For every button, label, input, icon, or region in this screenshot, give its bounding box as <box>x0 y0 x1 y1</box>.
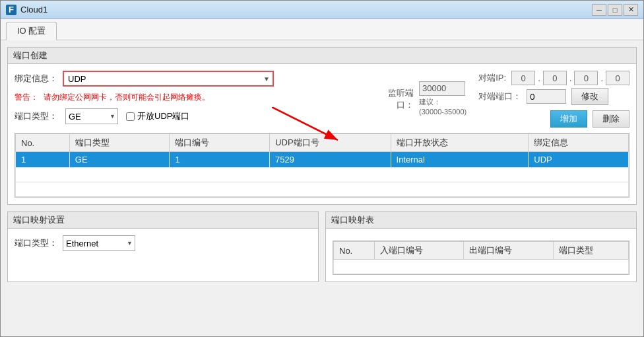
action-row: 增加 删除 <box>478 110 629 128</box>
mapping-table-wrapper: No. 入端口编号 出端口编号 端口类型 <box>333 241 629 275</box>
listen-port-label: 监听端口： <box>374 87 414 111</box>
mcol-out-port: 出端口编号 <box>464 242 554 260</box>
window-title: Cloud1 <box>20 5 592 15</box>
ip-seg-3[interactable] <box>574 71 598 85</box>
cell-status: Internal <box>391 152 529 168</box>
close-button[interactable]: ✕ <box>624 4 638 16</box>
warning-row: 警告： 请勿绑定公网网卡，否则可能会引起网络瘫痪。 <box>15 92 361 103</box>
window-controls: ─ □ ✕ <box>592 4 638 16</box>
mapping-row-empty-1 <box>334 260 629 274</box>
port-creation-body: 绑定信息： UDP TCP Ethernet 警告： <box>8 64 636 204</box>
port-mapping-table-body: No. 入端口编号 出端口编号 端口类型 <box>326 229 636 281</box>
ip-seg-2[interactable] <box>543 71 567 85</box>
port-creation-section: 端口创建 绑定信息： UDP TCP Ethernet <box>7 47 637 205</box>
mapping-type-label: 端口类型： <box>15 237 57 249</box>
cell-udp-port: 7529 <box>270 152 391 168</box>
mapping-type-row: 端口类型： Ethernet GE FE <box>15 235 311 251</box>
title-bar: F Cloud1 ─ □ ✕ <box>1 1 643 19</box>
mcol-type: 端口类型 <box>553 242 628 260</box>
ports-table-wrapper: No. 端口类型 端口编号 UDP端口号 端口开放状态 绑定信息 1 <box>15 133 629 198</box>
mapping-type-select-wrapper: Ethernet GE FE <box>63 235 135 251</box>
listen-port-row: 监听端口： 建议：(30000-35000) 对端IP: <box>374 71 629 128</box>
open-udp-checkbox[interactable] <box>126 112 135 121</box>
left-area: 绑定信息： UDP TCP Ethernet 警告： <box>15 71 361 128</box>
remote-ip-label: 对端IP: <box>478 72 506 84</box>
cell-type: GE <box>69 152 170 168</box>
table-row-empty-1 <box>16 168 629 182</box>
port-mapping-table-header: 端口映射表 <box>326 212 636 229</box>
port-mapping-settings-section: 端口映射设置 端口类型： Ethernet GE FE <box>7 211 319 282</box>
port-mapping-settings-header: 端口映射设置 <box>8 212 318 229</box>
mapping-table: No. 入端口编号 出端口编号 端口类型 <box>333 241 629 274</box>
open-udp-checkbox-label[interactable]: 开放UDP端口 <box>126 110 189 122</box>
remote-port-row: 对端端口： 修改 <box>478 88 629 105</box>
mapping-header-row: No. 入端口编号 出端口编号 端口类型 <box>334 242 629 260</box>
port-type-row: 端口类型： GE FE CE 开放UDP端口 <box>15 108 361 124</box>
listen-port-group: 建议：(30000-35000) <box>419 81 467 118</box>
main-window: F Cloud1 ─ □ ✕ IO 配置 端口创建 绑 <box>0 0 644 337</box>
ip-seg-1[interactable] <box>511 71 535 85</box>
cell-no: 1 <box>16 152 70 168</box>
port-mapping-settings-body: 端口类型： Ethernet GE FE <box>8 229 318 263</box>
delete-button[interactable]: 删除 <box>593 110 629 128</box>
mapping-type-select[interactable]: Ethernet GE FE <box>63 235 135 251</box>
add-button[interactable]: 增加 <box>550 110 587 128</box>
mcol-no: No. <box>334 242 375 260</box>
col-no: No. <box>16 134 70 152</box>
maximize-button[interactable]: □ <box>608 4 622 16</box>
port-creation-header: 端口创建 <box>8 48 636 64</box>
cell-binding: UDP <box>529 152 629 168</box>
binding-label: 绑定信息： <box>15 73 57 85</box>
col-type: 端口类型 <box>69 134 170 152</box>
mcol-in-port: 入端口编号 <box>374 242 464 260</box>
modify-button[interactable]: 修改 <box>571 88 608 105</box>
port-type-select[interactable]: GE FE CE <box>65 108 118 124</box>
binding-row: 绑定信息： UDP TCP Ethernet <box>15 71 361 87</box>
col-udp-port: UDP端口号 <box>270 134 391 152</box>
port-type-label: 端口类型： <box>15 110 57 122</box>
ip-seg-4[interactable] <box>606 71 629 85</box>
remote-group: 对端IP: . . . <box>478 71 629 128</box>
listen-port-input[interactable] <box>419 81 465 96</box>
remote-port-label: 对端端口： <box>478 91 521 102</box>
bottom-area: 端口映射设置 端口类型： Ethernet GE FE <box>7 211 637 289</box>
remote-ip-row: 对端IP: . . . <box>478 71 629 85</box>
cell-number: 1 <box>170 152 270 168</box>
col-number: 端口编号 <box>170 134 270 152</box>
listen-port-hint: 建议：(30000-35000) <box>419 97 467 118</box>
port-mapping-table-section: 端口映射表 No. 入端口编号 出端口编号 端口类型 <box>325 211 637 282</box>
col-binding: 绑定信息 <box>529 134 629 152</box>
table-row-empty-2 <box>16 182 629 197</box>
top-area: 绑定信息： UDP TCP Ethernet 警告： <box>15 71 629 128</box>
app-icon: F <box>6 5 16 15</box>
tab-io-config[interactable]: IO 配置 <box>6 22 57 40</box>
ports-table: No. 端口类型 端口编号 UDP端口号 端口开放状态 绑定信息 1 <box>15 133 629 197</box>
ip-inputs: . . . <box>511 71 629 85</box>
right-area: 监听端口： 建议：(30000-35000) 对端IP: <box>361 71 629 128</box>
warning-label: 警告： <box>15 92 38 103</box>
table-row[interactable]: 1 GE 1 7529 Internal UDP <box>16 152 629 168</box>
remote-port-input[interactable] <box>527 89 566 104</box>
col-status: 端口开放状态 <box>391 134 529 152</box>
binding-select-wrapper: UDP TCP Ethernet <box>63 71 274 87</box>
table-header-row: No. 端口类型 端口编号 UDP端口号 端口开放状态 绑定信息 <box>16 134 629 152</box>
binding-select[interactable]: UDP TCP Ethernet <box>63 71 274 87</box>
port-type-select-wrapper: GE FE CE <box>65 108 118 124</box>
main-content: 端口创建 绑定信息： UDP TCP Ethernet <box>1 40 643 336</box>
minimize-button[interactable]: ─ <box>592 4 606 16</box>
warning-text: 请勿绑定公网网卡，否则可能会引起网络瘫痪。 <box>44 92 210 103</box>
tab-bar: IO 配置 <box>1 19 643 40</box>
